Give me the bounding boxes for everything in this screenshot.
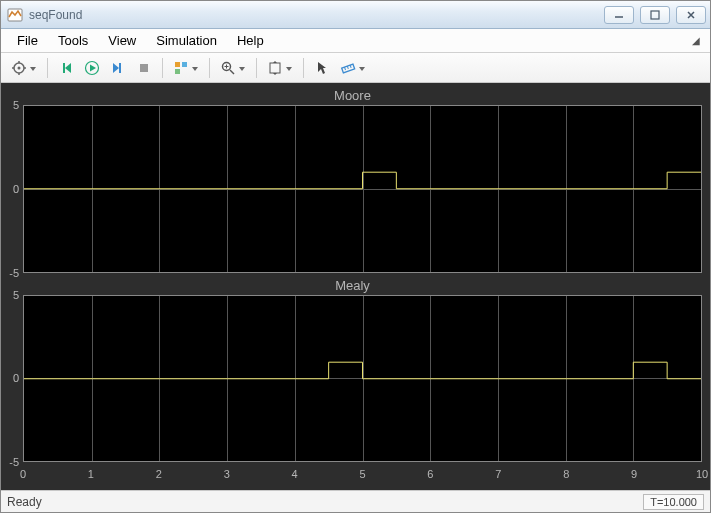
y-axis: -505: [3, 105, 23, 273]
y-tick: -5: [9, 267, 19, 279]
autoscale-button[interactable]: [263, 56, 297, 80]
measure-icon: [340, 60, 356, 76]
app-icon: [7, 7, 23, 23]
run-button[interactable]: [80, 56, 104, 80]
plot-area[interactable]: [23, 295, 702, 463]
svg-point-4: [18, 66, 21, 69]
statusbar: Ready T=10.000: [1, 490, 710, 512]
svg-rect-12: [182, 62, 187, 67]
step-back-icon: [58, 60, 74, 76]
svg-rect-11: [175, 62, 180, 67]
chart-title: Moore: [3, 87, 702, 105]
svg-rect-13: [175, 69, 180, 74]
y-tick: -5: [9, 456, 19, 468]
svg-line-21: [347, 66, 348, 69]
autoscale-icon: [267, 60, 283, 76]
measure-button[interactable]: [336, 56, 370, 80]
minimize-button[interactable]: [604, 6, 634, 24]
close-button[interactable]: [676, 6, 706, 24]
menu-overflow-icon[interactable]: ◢: [688, 35, 704, 46]
svg-line-22: [350, 65, 351, 68]
x-axis: 012345678910: [23, 466, 702, 486]
trigger-icon: [173, 60, 189, 76]
menu-simulation[interactable]: Simulation: [146, 30, 227, 51]
window-title: seqFound: [29, 8, 604, 22]
x-tick: 2: [156, 468, 162, 480]
zoom-button[interactable]: [216, 56, 250, 80]
menu-view[interactable]: View: [98, 30, 146, 51]
x-tick: 7: [495, 468, 501, 480]
svg-rect-10: [140, 64, 148, 72]
toolbar: [1, 53, 710, 83]
chart-mealy: Mealy -505: [3, 277, 702, 463]
plot-area[interactable]: [23, 105, 702, 273]
x-tick: 5: [359, 468, 365, 480]
y-tick: 5: [13, 99, 19, 111]
x-tick: 6: [427, 468, 433, 480]
x-tick: 8: [563, 468, 569, 480]
signal-line: [24, 362, 701, 379]
svg-line-20: [344, 67, 345, 70]
titlebar: seqFound: [1, 1, 710, 29]
y-tick: 5: [13, 289, 19, 301]
y-tick: 0: [13, 372, 19, 384]
x-tick: 3: [224, 468, 230, 480]
zoom-icon: [220, 60, 236, 76]
x-axis-row: 012345678910: [3, 466, 702, 486]
step-forward-icon: [110, 60, 126, 76]
scope-area: Moore -505 Mealy -505 012345678910: [1, 83, 710, 490]
x-tick: 10: [696, 468, 708, 480]
x-tick: 0: [20, 468, 26, 480]
x-tick: 1: [88, 468, 94, 480]
svg-rect-18: [270, 63, 280, 73]
stop-icon: [136, 60, 152, 76]
y-tick: 0: [13, 183, 19, 195]
cursor-button[interactable]: [310, 56, 334, 80]
run-icon: [84, 60, 100, 76]
config-button[interactable]: [7, 56, 41, 80]
cursor-icon: [314, 60, 330, 76]
step-forward-button[interactable]: [106, 56, 130, 80]
trigger-button[interactable]: [169, 56, 203, 80]
svg-rect-2: [651, 11, 659, 19]
svg-line-15: [230, 70, 234, 74]
menu-tools[interactable]: Tools: [48, 30, 98, 51]
status-text: Ready: [7, 495, 643, 509]
menubar: File Tools View Simulation Help ◢: [1, 29, 710, 53]
menu-file[interactable]: File: [7, 30, 48, 51]
y-axis: -505: [3, 295, 23, 463]
chart-moore: Moore -505: [3, 87, 702, 273]
menu-help[interactable]: Help: [227, 30, 274, 51]
gear-icon: [11, 60, 27, 76]
sim-time: T=10.000: [643, 494, 704, 510]
step-back-button[interactable]: [54, 56, 78, 80]
x-tick: 4: [292, 468, 298, 480]
maximize-button[interactable]: [640, 6, 670, 24]
signal-line: [24, 172, 701, 189]
stop-button[interactable]: [132, 56, 156, 80]
x-tick: 9: [631, 468, 637, 480]
chart-title: Mealy: [3, 277, 702, 295]
